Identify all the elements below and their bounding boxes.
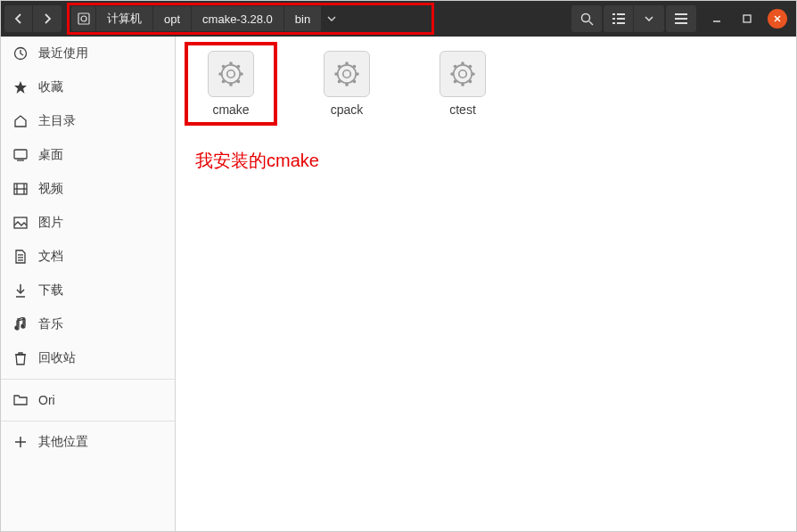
sidebar-item-label: 桌面 (38, 147, 63, 163)
svg-rect-9 (617, 22, 625, 24)
svg-point-61 (450, 72, 454, 76)
file-label: cmake (212, 102, 249, 117)
svg-point-64 (469, 65, 472, 69)
svg-point-47 (356, 72, 359, 76)
sidebar-item-label: 音乐 (38, 316, 63, 332)
executable-icon (324, 51, 370, 97)
trash-icon (13, 351, 28, 365)
svg-rect-4 (612, 13, 615, 15)
svg-point-41 (218, 72, 222, 76)
svg-point-49 (345, 83, 349, 86)
svg-point-48 (353, 80, 357, 84)
svg-point-38 (237, 80, 241, 84)
sidebar-item-image[interactable]: 图片 (1, 206, 175, 240)
executable-icon (440, 51, 486, 97)
svg-rect-12 (675, 22, 687, 24)
breadcrumb-segment[interactable]: bin (284, 6, 322, 31)
sidebar-item-label: 视频 (38, 181, 63, 197)
sidebar-item-video[interactable]: 视频 (1, 172, 175, 206)
sidebar: 最近使用收藏主目录桌面视频图片文档下载音乐回收站 Ori 其他位置 (1, 37, 176, 531)
sidebar-item-other[interactable]: 其他位置 (1, 425, 175, 459)
clock-icon (13, 46, 28, 61)
svg-point-44 (237, 65, 241, 69)
svg-rect-10 (675, 13, 687, 15)
svg-point-31 (21, 324, 25, 328)
file-label: cpack (331, 102, 364, 117)
nav-forward-button[interactable] (33, 5, 62, 32)
menu-button[interactable] (666, 5, 696, 32)
sidebar-separator (1, 421, 175, 422)
disk-icon[interactable] (71, 6, 96, 31)
svg-point-51 (334, 72, 338, 76)
svg-point-53 (345, 61, 349, 65)
search-button[interactable] (571, 5, 602, 32)
sidebar-item-label: 最近使用 (38, 45, 88, 61)
video-icon (13, 182, 28, 196)
breadcrumb: 计算机 opt cmake-3.28.0 bin (67, 3, 434, 35)
svg-point-35 (222, 65, 240, 83)
sidebar-item-label: 主目录 (38, 113, 76, 129)
file-item-ctest[interactable]: ctest (427, 51, 498, 117)
svg-point-52 (338, 65, 341, 69)
window-close-button[interactable] (768, 9, 787, 29)
file-item-cpack[interactable]: cpack (311, 51, 382, 117)
svg-point-1 (81, 16, 86, 21)
svg-rect-18 (14, 150, 27, 159)
svg-rect-7 (617, 18, 625, 20)
plus-icon (13, 435, 28, 449)
music-icon (13, 317, 28, 331)
svg-line-3 (589, 21, 593, 25)
breadcrumb-dropdown[interactable] (322, 6, 341, 31)
svg-point-40 (222, 80, 226, 84)
svg-point-56 (459, 70, 467, 78)
sidebar-item-label: 收藏 (38, 79, 63, 95)
svg-rect-6 (612, 18, 615, 20)
svg-point-36 (227, 70, 235, 78)
sidebar-item-label: 其他位置 (38, 434, 88, 450)
svg-point-54 (353, 65, 357, 69)
folder-icon (13, 393, 28, 407)
sidebar-item-doc[interactable]: 文档 (1, 240, 175, 274)
view-list-button[interactable] (604, 5, 634, 32)
svg-point-60 (454, 80, 457, 84)
download-icon (13, 283, 28, 298)
image-icon (13, 216, 28, 230)
view-dropdown-button[interactable] (634, 5, 664, 32)
window-maximize-button[interactable] (737, 9, 757, 29)
doc-icon (13, 250, 28, 264)
sidebar-item-trash[interactable]: 回收站 (1, 341, 175, 375)
sidebar-separator (1, 379, 175, 380)
sidebar-item-home[interactable]: 主目录 (1, 104, 175, 138)
sidebar-item-clock[interactable]: 最近使用 (1, 37, 175, 70)
breadcrumb-segment[interactable]: opt (153, 6, 192, 31)
svg-point-39 (229, 83, 233, 86)
sidebar-item-label: 图片 (38, 215, 63, 231)
file-label: ctest (449, 102, 476, 117)
svg-point-43 (229, 61, 233, 65)
star-icon (13, 80, 28, 94)
svg-point-59 (461, 83, 464, 86)
sidebar-item-music[interactable]: 音乐 (1, 307, 175, 341)
sidebar-item-desktop[interactable]: 桌面 (1, 138, 175, 172)
svg-point-57 (472, 72, 475, 76)
svg-rect-5 (617, 13, 625, 15)
breadcrumb-segment[interactable]: cmake-3.28.0 (192, 6, 284, 31)
svg-rect-14 (744, 15, 751, 22)
sidebar-item-folder[interactable]: Ori (1, 383, 175, 417)
window-minimize-button[interactable] (707, 9, 727, 29)
svg-rect-11 (675, 18, 687, 20)
svg-point-2 (581, 13, 589, 21)
nav-back-button[interactable] (4, 5, 33, 32)
sidebar-item-label: 下载 (38, 282, 63, 299)
svg-point-37 (240, 72, 243, 76)
annotation-text: 我安装的cmake (195, 149, 319, 173)
sidebar-item-download[interactable]: 下载 (1, 274, 175, 307)
file-item-cmake[interactable]: cmake (195, 51, 267, 117)
sidebar-item-label: 回收站 (38, 350, 76, 366)
sidebar-item-star[interactable]: 收藏 (1, 70, 175, 104)
file-content-area: cmakecpackctest 我安装的cmake (176, 37, 796, 531)
breadcrumb-segment[interactable]: 计算机 (96, 6, 153, 31)
svg-point-42 (222, 65, 226, 69)
svg-point-30 (15, 326, 19, 330)
sidebar-item-label: Ori (38, 393, 55, 407)
